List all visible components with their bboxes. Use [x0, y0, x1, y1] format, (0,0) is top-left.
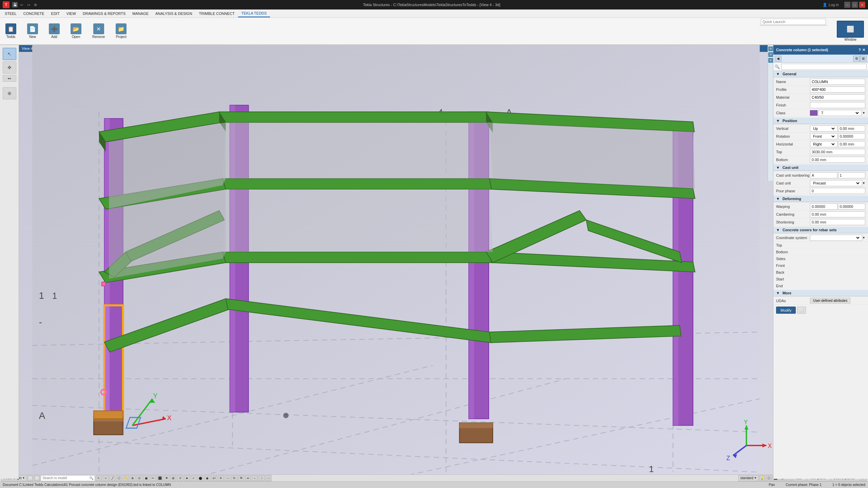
modify-button[interactable]: Modify: [776, 307, 796, 314]
tb-arr-3[interactable]: →: [265, 475, 271, 481]
cambering-value[interactable]: 0.00 mm: [810, 211, 865, 217]
tb-mirror[interactable]: ⇔: [245, 475, 251, 481]
panel-help-icon[interactable]: ?: [859, 48, 861, 52]
coordinate-system-select[interactable]: [812, 235, 861, 240]
ribbon-remove-button[interactable]: ✕ Remove: [90, 22, 108, 40]
maximize-button[interactable]: □: [852, 2, 858, 8]
select-tool[interactable]: ↖: [3, 48, 16, 60]
tb-clipping[interactable]: ✂: [150, 475, 156, 481]
menu-steel[interactable]: STEEL: [1, 9, 20, 17]
quicklaunch-input[interactable]: [761, 19, 826, 25]
ribbon-add-button[interactable]: ➕ Add: [46, 22, 62, 40]
name-value[interactable]: [810, 79, 865, 85]
tb-view-2[interactable]: ⊞: [170, 475, 176, 481]
menu-concrete[interactable]: CONCRETE: [20, 9, 48, 17]
tb-copy[interactable]: ⧉: [238, 475, 244, 481]
tb-x[interactable]: ✕: [218, 475, 224, 481]
panel-close-icon[interactable]: ✕: [862, 48, 865, 52]
user-login[interactable]: 👤 Log in: [823, 3, 839, 7]
tb-orient[interactable]: ◉: [204, 475, 210, 481]
position-section-header[interactable]: ▼ Position: [773, 118, 868, 124]
extra-button[interactable]: ⬜: [797, 307, 806, 314]
tb-section[interactable]: ⬛: [157, 475, 163, 481]
tb-numbering[interactable]: #: [177, 475, 183, 481]
horizontal-select-wrapper[interactable]: Right: [810, 141, 837, 147]
top-value[interactable]: 3030.00 mm: [810, 149, 865, 155]
warping-value2[interactable]: 0.00000: [838, 203, 866, 210]
panel-nav-prev[interactable]: ◀: [775, 56, 782, 62]
minimize-button[interactable]: ─: [844, 2, 850, 8]
menu-analysis[interactable]: ANALYSIS & DESIGN: [152, 9, 196, 17]
ribbon-new-button[interactable]: 📄 New: [24, 22, 41, 40]
settings-icon[interactable]: ⚙: [33, 2, 38, 7]
cast-unit-numbering-prefix[interactable]: A: [810, 172, 837, 178]
window-preview[interactable]: ⬜: [837, 21, 864, 38]
undo-icon[interactable]: ↩: [19, 2, 24, 7]
menu-edit[interactable]: EDIT: [48, 9, 63, 17]
cast-unit-section-header[interactable]: ▼ Cast unit: [773, 164, 868, 171]
vertical-value[interactable]: 0.00 mm: [838, 125, 866, 132]
warping-value1[interactable]: 0.00000: [810, 203, 837, 210]
cast-unit-select[interactable]: Precast: [812, 181, 861, 186]
class-select-wrapper[interactable]: 7: [818, 110, 862, 116]
render-mode-dropdown[interactable]: standard ▼: [738, 475, 758, 481]
direct-modify-tool[interactable]: ✥: [3, 61, 16, 74]
menu-trimble[interactable]: TRIMBLE CONNECT: [196, 9, 238, 17]
concrete-covers-section-header[interactable]: ▼ Concrete covers for rebar sets: [773, 227, 868, 233]
menu-view[interactable]: VIEW: [63, 9, 79, 17]
tb-wireframe[interactable]: ⬡: [766, 475, 772, 481]
tb-tags[interactable]: 🏷: [211, 475, 217, 481]
tb-lights[interactable]: 💡: [759, 475, 765, 481]
shortening-value[interactable]: 0.00 mm: [810, 219, 865, 225]
finish-value[interactable]: [810, 102, 865, 108]
tb-measure[interactable]: 📏: [123, 475, 129, 481]
ribbon-open-button[interactable]: 📂 Open: [68, 22, 84, 40]
material-input[interactable]: [812, 95, 864, 99]
panel-side-icon-2[interactable]: ☰: [768, 52, 773, 57]
menu-manage[interactable]: MANAGE: [129, 9, 152, 17]
cast-unit-select-wrapper[interactable]: Precast: [810, 180, 862, 186]
ribbon-tedds-button[interactable]: 📋 Tedds: [3, 22, 19, 40]
general-section-header[interactable]: ▼ General: [773, 71, 868, 77]
window-controls-left[interactable]: 💾 ↩ ↪ ⚙: [12, 2, 38, 7]
tb-filter[interactable]: ▣: [143, 475, 149, 481]
material-value[interactable]: [810, 94, 865, 100]
tb-btn-1[interactable]: ⬜: [27, 475, 33, 481]
tb-select-line[interactable]: ╱: [109, 475, 115, 481]
panel-side-icon-1[interactable]: ⚙: [768, 46, 773, 51]
cast-unit-numbering-suffix[interactable]: 1: [838, 172, 866, 178]
menu-drawings[interactable]: DRAWINGS & REPORTS: [79, 9, 129, 17]
class-dropdown-arrow[interactable]: ▼: [862, 111, 865, 115]
panel-more-icon[interactable]: ⊞: [860, 56, 867, 62]
model-search-icon[interactable]: 🔍: [89, 476, 93, 480]
tb-rotate[interactable]: ↻: [231, 475, 237, 481]
uda-button[interactable]: User-defined attributes: [810, 298, 850, 304]
ribbon-project-button[interactable]: 📁 Project: [113, 22, 129, 40]
profile-value[interactable]: [810, 86, 865, 93]
save-icon[interactable]: 💾: [12, 2, 18, 7]
tb-check[interactable]: ✓: [191, 475, 197, 481]
close-button[interactable]: ✕: [859, 2, 865, 8]
name-input[interactable]: [812, 80, 864, 84]
vertical-select-wrapper[interactable]: Up: [810, 125, 837, 132]
window-controls[interactable]: ─ □ ✕: [844, 2, 865, 8]
rotation-select[interactable]: Front: [812, 134, 836, 139]
vertical-select[interactable]: Up: [812, 126, 836, 131]
coordinate-system-wrapper[interactable]: [810, 235, 862, 241]
tb-cursor-btn[interactable]: ↖: [96, 475, 102, 481]
horizontal-select[interactable]: Right: [812, 142, 836, 147]
tb-snap-2[interactable]: ⊙: [136, 475, 142, 481]
panel-search-input[interactable]: [781, 64, 867, 70]
tb-snap-1[interactable]: ⊕: [130, 475, 136, 481]
more-section-header[interactable]: ▼ More: [773, 290, 868, 296]
tb-btn-2[interactable]: ⬜: [34, 475, 40, 481]
panel-side-icon-3[interactable]: ⊞: [768, 58, 773, 63]
menu-tekla-tedds[interactable]: TEKLA TEDDS: [238, 9, 270, 17]
tb-move[interactable]: ↔: [225, 475, 231, 481]
tb-select-box[interactable]: ▪: [102, 475, 109, 481]
finish-input[interactable]: [812, 103, 864, 107]
pour-phase-value[interactable]: 0: [810, 188, 865, 194]
redo-icon[interactable]: ↪: [26, 2, 31, 7]
horizontal-value[interactable]: 0.00 mm: [838, 141, 866, 147]
panel-settings-icon[interactable]: ⚙: [853, 56, 860, 62]
